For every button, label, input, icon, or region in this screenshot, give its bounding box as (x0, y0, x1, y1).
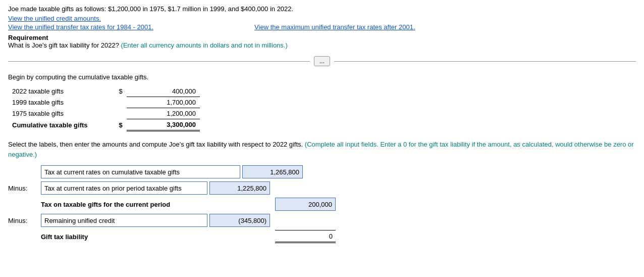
cumulative-dollar: $ (110, 119, 127, 131)
table-row: 2022 taxable gifts $ 400,000 (8, 86, 200, 97)
unified-credit-link[interactable]: View the unified credit amounts. (8, 15, 101, 22)
row-value: 1,700,000 (127, 97, 200, 108)
intro-text: Joe made taxable gifts as follows: $1,20… (8, 5, 636, 13)
select-instruction: Select the labels, then enter the amount… (8, 140, 636, 159)
row-label: 1999 taxable gifts (8, 97, 110, 108)
taxable-gifts-table: 2022 taxable gifts $ 400,000 1999 taxabl… (8, 86, 200, 131)
cumulative-row: Cumulative taxable gifts $ 3,300,000 (8, 119, 200, 131)
current-period-tax-label: Tax on taxable gifts for the current per… (41, 201, 273, 208)
divider-button[interactable]: ... (314, 56, 330, 66)
prior-period-tax-label-input[interactable] (41, 181, 207, 195)
dollar-sign: $ (110, 86, 127, 97)
row-label: 2022 taxable gifts (8, 86, 110, 97)
requirement-text: What is Joe's gift tax liability for 202… (8, 41, 119, 49)
table-row: 1999 taxable gifts 1,700,000 (8, 97, 200, 108)
cumulative-tax-value-input[interactable] (242, 165, 303, 178)
calc-row-5: Gift tax liability (8, 230, 636, 243)
dollar-sign (110, 108, 127, 119)
transfer-tax-rates-link[interactable]: View the unified transfer tax rates for … (8, 23, 153, 31)
dollar-sign (110, 97, 127, 108)
section-divider: ... (8, 56, 636, 66)
cumulative-value: 3,300,000 (127, 119, 200, 131)
cumulative-label: Cumulative taxable gifts (8, 119, 110, 131)
minus-label-1: Minus: (8, 184, 41, 192)
remaining-unified-credit-label-input[interactable] (41, 214, 207, 227)
current-period-tax-value-input[interactable] (275, 198, 336, 211)
requirement-label: Requirement (8, 34, 48, 41)
cumulative-tax-label-input[interactable] (41, 165, 240, 178)
requirement-teal: (Enter all currency amounts in dollars a… (119, 41, 288, 49)
row-value: 1,200,000 (127, 108, 200, 119)
max-unified-rates-link[interactable]: View the maximum unified transfer tax ra… (254, 23, 415, 31)
calculation-section: Minus: Tax on taxable gifts for the curr… (8, 165, 636, 243)
calc-row-1 (8, 165, 636, 178)
calc-row-3: Tax on taxable gifts for the current per… (8, 198, 636, 211)
row-value: 400,000 (127, 86, 200, 97)
gift-tax-label: Gift tax liability (41, 233, 273, 241)
gift-tax-value-input[interactable] (275, 230, 336, 243)
calc-row-4: Minus: (8, 214, 636, 227)
prior-period-tax-value-input[interactable] (209, 181, 270, 195)
table-row: 1975 taxable gifts 1,200,000 (8, 108, 200, 119)
calc-row-2: Minus: (8, 181, 636, 195)
row-label: 1975 taxable gifts (8, 108, 110, 119)
minus-label-2: Minus: (8, 217, 41, 224)
cumulative-section-title: Begin by computing the cumulative taxabl… (8, 73, 636, 81)
remaining-unified-credit-value-input[interactable] (209, 214, 270, 227)
